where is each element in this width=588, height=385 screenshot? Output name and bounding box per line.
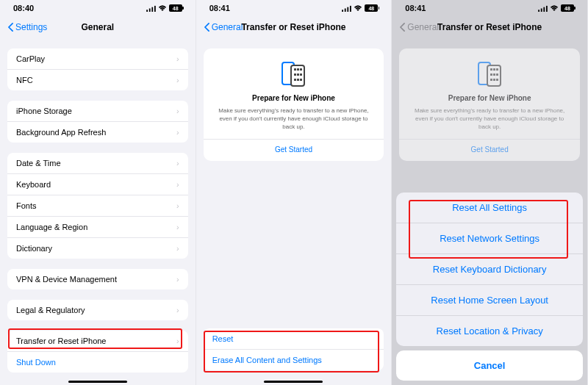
- svg-rect-3: [154, 5, 156, 11]
- settings-group: Legal & Regulatory›: [7, 300, 188, 320]
- nav-bar: General Transfer or Reset iPhone: [196, 16, 392, 38]
- settings-row[interactable]: Background App Refresh›: [7, 122, 188, 143]
- home-indicator: [264, 381, 323, 383]
- status-time: 08:41: [405, 4, 426, 12]
- sheet-option[interactable]: Reset Network Settings: [396, 223, 583, 254]
- screen-transfer-reset: 08:41 48 General Transfer or Reset iPhon…: [196, 0, 392, 385]
- back-label: Settings: [15, 22, 47, 32]
- cellular-icon: [146, 5, 156, 12]
- card-title: Prepare for New iPhone: [409, 94, 570, 102]
- chevron-left-icon: [399, 23, 406, 32]
- settings-row[interactable]: CarPlay›: [7, 48, 188, 70]
- chevron-right-icon: ›: [176, 180, 179, 189]
- card-icons: [214, 60, 374, 87]
- chevron-right-icon: ›: [176, 107, 179, 115]
- settings-row[interactable]: Legal & Regulatory›: [7, 300, 188, 320]
- settings-row[interactable]: Date & Time›: [7, 153, 188, 174]
- action-sheet: Reset All SettingsReset Network Settings…: [396, 192, 583, 381]
- reset-button[interactable]: Reset: [204, 328, 384, 350]
- cellular-icon: [342, 5, 351, 12]
- settings-group: Date & Time›Keyboard›Fonts›Language & Re…: [7, 153, 188, 259]
- bottom-actions: ResetErase All Content and Settings: [204, 328, 384, 370]
- chevron-right-icon: ›: [176, 54, 179, 63]
- nav-bar: Settings General: [0, 16, 196, 38]
- row-label: NFC: [16, 76, 33, 84]
- settings-group: CarPlay›NFC›: [7, 48, 188, 90]
- svg-rect-1: [148, 8, 150, 12]
- row-label: iPhone Storage: [16, 107, 72, 115]
- back-button: General: [399, 22, 439, 32]
- settings-row[interactable]: Language & Region›: [7, 217, 188, 238]
- chevron-right-icon: ›: [176, 128, 179, 137]
- back-label: General: [407, 22, 439, 32]
- sheet-option[interactable]: Reset Keyboard Dictionary: [396, 254, 583, 285]
- chevron-left-icon: [7, 23, 14, 32]
- settings-row[interactable]: Shut Down: [7, 352, 188, 373]
- wifi-icon: [158, 5, 167, 12]
- settings-group: Transfer or Reset iPhone›Shut Down: [7, 331, 188, 373]
- back-button[interactable]: Settings: [7, 22, 47, 32]
- cellular-icon: [538, 5, 548, 12]
- wifi-icon: [354, 5, 362, 12]
- sheet-option[interactable]: Reset Home Screen Layout: [396, 285, 583, 316]
- row-label: Legal & Regulatory: [16, 306, 85, 314]
- wifi-icon: [550, 5, 559, 12]
- battery-icon: 48: [169, 4, 182, 12]
- status-time: 08:41: [209, 4, 230, 12]
- status-time: 08:40: [13, 4, 34, 12]
- settings-row[interactable]: VPN & Device Management›: [7, 269, 188, 289]
- battery-icon: 48: [561, 4, 574, 12]
- phone-apps-icon: [290, 65, 305, 87]
- row-label: Erase All Content and Settings: [212, 356, 322, 364]
- chevron-right-icon: ›: [176, 244, 179, 253]
- svg-rect-0: [146, 10, 148, 12]
- row-label: Date & Time: [16, 159, 61, 168]
- get-started-link[interactable]: Get Started: [204, 139, 384, 154]
- row-label: Reset: [212, 334, 234, 343]
- chevron-right-icon: ›: [176, 159, 179, 168]
- chevron-right-icon: ›: [176, 76, 179, 84]
- status-bar: 08:41 48: [196, 0, 392, 16]
- settings-row[interactable]: Keyboard›: [7, 174, 188, 195]
- row-label: Shut Down: [16, 358, 56, 367]
- svg-rect-5: [345, 8, 346, 12]
- back-button[interactable]: General: [204, 22, 243, 32]
- home-indicator: [68, 381, 127, 383]
- settings-row[interactable]: Fonts›: [7, 195, 188, 217]
- phone-apps-icon: [487, 65, 501, 87]
- row-label: Transfer or Reset iPhone: [16, 337, 106, 345]
- status-bar: 08:41 48: [392, 0, 587, 16]
- card-icons: [409, 60, 570, 87]
- sheet-option[interactable]: Reset All Settings: [396, 192, 583, 223]
- prepare-card: Prepare for New iPhone Make sure everyth…: [204, 48, 384, 161]
- svg-rect-2: [151, 7, 153, 11]
- nav-bar: General Transfer or Reset iPhone: [392, 16, 587, 38]
- svg-rect-11: [546, 5, 548, 11]
- settings-row[interactable]: iPhone Storage›: [7, 101, 188, 122]
- erase-all-button[interactable]: Erase All Content and Settings: [204, 350, 384, 370]
- svg-rect-8: [538, 10, 539, 12]
- svg-rect-6: [348, 7, 349, 11]
- settings-row[interactable]: Transfer or Reset iPhone›: [7, 331, 188, 352]
- row-label: Fonts: [16, 201, 37, 210]
- cancel-button[interactable]: Cancel: [396, 350, 583, 381]
- card-desc: Make sure everything's ready to transfer…: [409, 107, 570, 132]
- card-desc: Make sure everything's ready to transfer…: [214, 107, 374, 132]
- sheet-option[interactable]: Reset Location & Privacy: [396, 316, 583, 346]
- chevron-right-icon: ›: [176, 201, 179, 210]
- settings-row[interactable]: Dictionary›: [7, 238, 188, 259]
- status-right: 48: [146, 4, 182, 12]
- card-title: Prepare for New iPhone: [214, 94, 374, 102]
- chevron-right-icon: ›: [176, 275, 179, 284]
- row-label: Keyboard: [16, 180, 51, 189]
- screen-reset-sheet: 08:41 48 General Transfer or Reset iPhon…: [392, 0, 588, 385]
- prepare-card-dimmed: Prepare for New iPhone Make sure everyth…: [399, 48, 580, 161]
- sheet-options: Reset All SettingsReset Network Settings…: [396, 192, 583, 346]
- screen-general-settings: 08:40 48 Settings General CarPlay›NFC›iP…: [0, 0, 196, 385]
- row-label: CarPlay: [16, 54, 45, 63]
- svg-rect-10: [543, 7, 545, 11]
- svg-rect-4: [343, 10, 344, 12]
- settings-row[interactable]: NFC›: [7, 70, 188, 90]
- svg-rect-7: [350, 5, 351, 11]
- row-label: Language & Region: [16, 223, 87, 231]
